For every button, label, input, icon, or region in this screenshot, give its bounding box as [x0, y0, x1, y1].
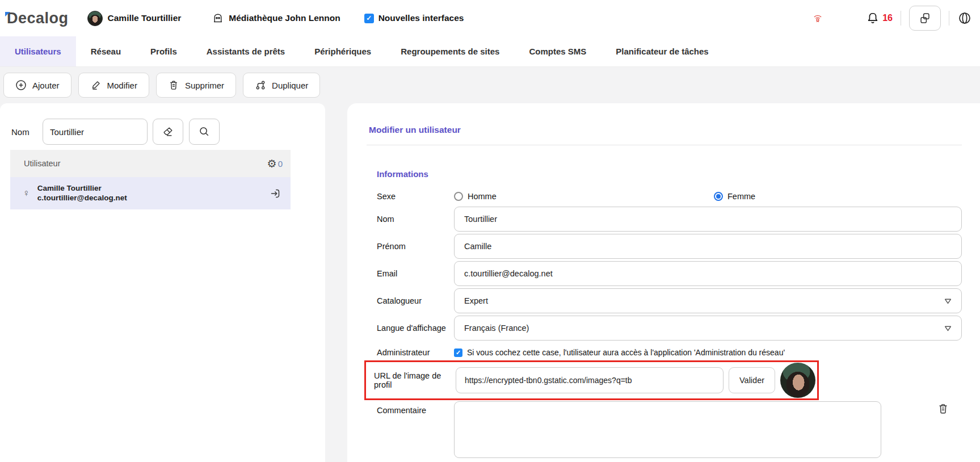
building-icon [212, 12, 224, 24]
current-user[interactable]: Camille Tourtillier [87, 11, 182, 26]
duplicate-button[interactable]: Dupliquer [243, 73, 320, 98]
profile-image-url-label: URL de l'image de profil [371, 371, 456, 389]
tab-regroupements-de-sites[interactable]: Regroupements de sites [386, 36, 514, 66]
commentaire-textarea[interactable] [454, 401, 881, 458]
page-title: Modifier un utilisateur [369, 125, 962, 135]
app-logo[interactable]: Decalog [6, 10, 69, 27]
edit-button[interactable]: Modifier [78, 73, 149, 98]
current-site[interactable]: Médiathèque John Lennon [212, 12, 340, 24]
catalogueur-row: Catalogueur Expert [369, 288, 962, 313]
catalogueur-label: Catalogueur [369, 296, 454, 305]
bell-icon [866, 11, 880, 25]
branch-icon [255, 79, 266, 91]
search-name-label: Nom [11, 127, 43, 137]
new-interfaces-checkbox[interactable]: ✓ [364, 14, 374, 23]
tab-peripheriques[interactable]: Périphériques [300, 36, 386, 66]
actions-toolbar: Ajouter Modifier Supprimer [0, 67, 980, 103]
langue-value: Français (France) [464, 324, 529, 333]
top-bar: Decalog Camille Tourtillier Médiathèque … [0, 0, 980, 36]
radio-homme[interactable]: Homme [454, 192, 714, 201]
email-label: Email [369, 269, 454, 278]
broadcast-icon[interactable] [810, 11, 825, 26]
tab-profils[interactable]: Profils [136, 36, 192, 66]
users-list-header-label: Utilisateur [24, 159, 60, 168]
user-list-item-selected[interactable]: ♀ Camille Tourtillier c.tourtillier@deca… [10, 177, 291, 209]
eraser-icon [162, 125, 174, 138]
tab-comptes-sms[interactable]: Comptes SMS [514, 36, 601, 66]
users-list-panel: Nom [0, 103, 325, 462]
langue-row: Langue d'affichage Français (France) [369, 316, 962, 341]
magnifier-icon [198, 125, 211, 138]
add-button-label: Ajouter [32, 81, 60, 90]
user-list-item-text: Camille Tourtillier c.tourtillier@decalo… [37, 184, 127, 203]
prenom-input[interactable] [454, 234, 962, 259]
main-nav-tabs: Utilisateurs Réseau Profils Assistants d… [0, 36, 980, 67]
radio-homme-label: Homme [468, 192, 497, 201]
user-search-row: Nom [0, 103, 325, 145]
tab-reseau[interactable]: Réseau [76, 36, 136, 66]
login-arrow-icon[interactable] [269, 187, 281, 200]
profile-image-preview [780, 363, 815, 398]
list-settings[interactable]: ⚙ 0 [267, 158, 283, 169]
panel-gap [325, 103, 347, 462]
tab-planificateur-de-taches[interactable]: Planificateur de tâches [601, 36, 723, 66]
commentaire-row: Commentaire [369, 401, 962, 458]
clear-comment-trash-icon[interactable] [937, 402, 949, 415]
settings-count: 0 [278, 159, 283, 169]
sexe-label: Sexe [369, 192, 454, 201]
current-user-name: Camille Tourtillier [108, 13, 182, 23]
sexe-row: Sexe Homme Femme [369, 189, 962, 204]
catalogueur-value: Expert [464, 296, 488, 305]
search-button[interactable] [189, 119, 220, 145]
prenom-label: Prénom [369, 242, 454, 251]
catalogueur-select[interactable]: Expert [454, 288, 962, 313]
users-list-header: Utilisateur ⚙ 0 [10, 150, 291, 177]
administrateur-checkbox[interactable]: ✓ [454, 348, 462, 357]
email-input[interactable] [454, 261, 962, 286]
divider [901, 11, 901, 26]
overlapping-squares-icon [918, 11, 932, 26]
new-interfaces-label: Nouvelles interfaces [378, 13, 464, 23]
chevron-down-icon [944, 297, 952, 305]
new-interfaces-toggle[interactable]: ✓ Nouvelles interfaces [364, 13, 464, 23]
radio-homme-circle[interactable] [454, 192, 463, 201]
notification-count-badge: 16 [882, 13, 893, 23]
delete-button[interactable]: Supprimer [156, 73, 236, 98]
app-window: Decalog Camille Tourtillier Médiathèque … [0, 0, 980, 462]
administrateur-row: Administrateur ✓ Si vous cochez cette ca… [369, 345, 962, 360]
add-button[interactable]: Ajouter [3, 73, 71, 98]
user-form: Sexe Homme Femme Nom [369, 189, 962, 458]
radio-femme-circle[interactable] [714, 192, 723, 201]
female-symbol-icon: ♀ [23, 188, 30, 199]
user-avatar [87, 11, 103, 26]
tab-utilisateurs[interactable]: Utilisateurs [0, 36, 76, 66]
edit-user-panel: Modifier un utilisateur Informations Sex… [347, 103, 980, 462]
notifications[interactable]: 16 [866, 11, 893, 25]
langue-select[interactable]: Français (France) [454, 316, 962, 341]
divider [949, 11, 949, 26]
apps-button[interactable] [909, 6, 941, 31]
delete-button-label: Supprimer [185, 81, 224, 90]
administrateur-hint: Si vous cochez cette case, l'utilisateur… [467, 348, 785, 357]
plus-circle-icon [15, 79, 27, 91]
administrateur-label: Administrateur [369, 348, 454, 357]
search-name-input[interactable] [43, 119, 148, 145]
tab-assistants-de-prets[interactable]: Assistants de prêts [192, 36, 300, 66]
gear-icon: ⚙ [267, 158, 277, 169]
profile-image-url-row-highlight: URL de l'image de profil Valider [364, 360, 819, 400]
prenom-row: Prénom [369, 234, 962, 259]
langue-label: Langue d'affichage [369, 324, 454, 333]
trash-icon [168, 79, 179, 91]
user-list-item-name: Camille Tourtillier [37, 184, 127, 194]
validate-button[interactable]: Valider [729, 367, 775, 393]
nom-input[interactable] [454, 207, 962, 232]
profile-image-url-input[interactable] [456, 367, 724, 393]
radio-femme[interactable]: Femme [714, 192, 755, 201]
email-row: Email [369, 261, 962, 286]
top-bar-right: 16 [810, 6, 980, 31]
user-list-item-email: c.tourtillier@decalog.net [37, 194, 127, 203]
nom-row: Nom [369, 207, 962, 232]
clear-search-button[interactable] [153, 119, 183, 145]
contrast-circle-icon[interactable] [957, 11, 972, 26]
edit-button-label: Modifier [107, 81, 137, 90]
